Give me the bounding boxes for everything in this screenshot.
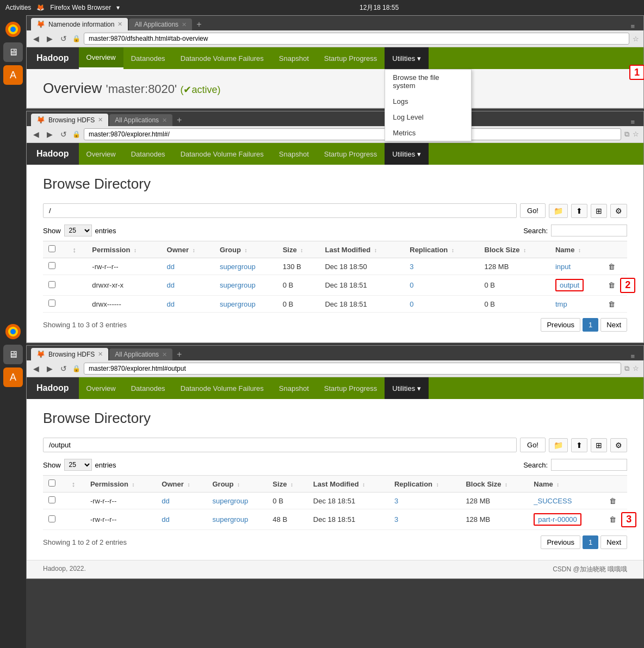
sidebar-monitor-icon-2[interactable]: 🖥 <box>3 345 23 364</box>
sidebar-firefox-icon-2[interactable] <box>3 322 23 341</box>
up-icon-btn-3[interactable]: ⬆ <box>571 438 587 452</box>
window-menu-3[interactable]: ≡ <box>626 352 639 360</box>
th-checkbox-2[interactable] <box>43 241 67 258</box>
browser-tab-namenode[interactable]: 🦊 Namenode information ✕ <box>31 18 128 30</box>
th-size-2[interactable]: Size ↕ <box>277 241 320 258</box>
back-btn-3[interactable]: ◀ <box>31 363 41 374</box>
nav-utilities-1[interactable]: Utilities ▾ <box>385 47 429 69</box>
browser-tab-hdfs-3[interactable]: 🦊 Browsing HDFS ✕ <box>31 348 108 360</box>
td-checkbox-2-0[interactable] <box>43 258 67 275</box>
nav-overview-1[interactable]: Overview <box>79 47 123 69</box>
nav-datanode-failures-2[interactable]: Datanode Volume Failures <box>173 143 271 165</box>
nav-utilities-3[interactable]: Utilities ▾ <box>385 377 429 399</box>
th-owner-2[interactable]: Owner ↕ <box>162 241 214 258</box>
path-input-2[interactable] <box>43 203 517 218</box>
dropdown-logs-1[interactable]: Logs <box>385 94 471 109</box>
next-btn-3[interactable]: Next <box>600 535 627 549</box>
nav-snapshot-3[interactable]: Snapshot <box>271 377 317 399</box>
address-bar-1[interactable] <box>84 33 629 45</box>
nav-utilities-2[interactable]: Utilities ▾ <box>385 143 429 165</box>
path-input-3[interactable] <box>43 438 517 452</box>
th-sort-3[interactable]: ↕ <box>66 476 85 493</box>
settings-icon-btn-2[interactable]: ⚙ <box>610 204 627 218</box>
tab-close-hdfs-3[interactable]: ✕ <box>98 351 103 358</box>
nav-snapshot-1[interactable]: Snapshot <box>271 47 317 69</box>
th-blocksize-3[interactable]: Block Size ↕ <box>460 476 528 493</box>
browser-tab-hdfs-2[interactable]: 🦊 Browsing HDFS ✕ <box>31 114 108 126</box>
th-modified-3[interactable]: Last Modified ↕ <box>308 476 389 493</box>
folder-icon-btn-2[interactable]: 📁 <box>549 204 568 218</box>
th-group-3[interactable]: Group ↕ <box>207 476 267 493</box>
refresh-btn-3[interactable]: ↺ <box>58 363 69 374</box>
th-name-3[interactable]: Name ↕ <box>528 476 604 493</box>
bookmark-icon-3[interactable]: ☆ <box>633 364 639 373</box>
dropdown-metrics-1[interactable]: Metrics <box>385 125 471 141</box>
back-btn-1[interactable]: ◀ <box>31 33 41 44</box>
new-tab-btn-3[interactable]: + <box>174 348 185 360</box>
nav-startup-3[interactable]: Startup Progress <box>317 377 385 399</box>
nav-startup-2[interactable]: Startup Progress <box>317 143 385 165</box>
highlighted-part-r[interactable]: part-r-00000 <box>534 513 581 526</box>
tab-close-allapps-2[interactable]: ✕ <box>162 117 167 124</box>
new-tab-btn-1[interactable]: + <box>193 18 205 30</box>
select-all-2[interactable] <box>48 245 55 252</box>
nav-datanodes-1[interactable]: Datanodes <box>123 47 173 69</box>
browser-tab-allapps-1[interactable]: All Applications ✕ <box>129 18 192 30</box>
up-icon-btn-2[interactable]: ⬆ <box>571 204 587 218</box>
td-checkbox-2-2[interactable] <box>43 296 67 313</box>
tab-close-1[interactable]: ✕ <box>117 21 122 28</box>
sidebar-software-icon[interactable]: A <box>3 65 23 85</box>
th-owner-3[interactable]: Owner ↕ <box>156 476 207 493</box>
nav-datanodes-2[interactable]: Datanodes <box>123 143 173 165</box>
nav-overview-3[interactable]: Overview <box>79 377 123 399</box>
sidebar-monitor-icon[interactable]: 🖥 <box>3 42 23 62</box>
sidebar-firefox-icon[interactable] <box>3 20 23 39</box>
tab-close-allapps-1[interactable]: ✕ <box>182 21 187 28</box>
screenshot-icon-2[interactable]: ⧉ <box>624 130 629 139</box>
new-tab-btn-2[interactable]: + <box>174 114 185 126</box>
forward-btn-3[interactable]: ▶ <box>45 363 55 374</box>
refresh-btn-1[interactable]: ↺ <box>58 33 69 44</box>
nav-datanodes-3[interactable]: Datanodes <box>123 377 173 399</box>
td-checkbox-3-1[interactable] <box>43 509 66 530</box>
bookmark-icon-1[interactable]: ☆ <box>633 35 639 43</box>
tab-close-allapps-3[interactable]: ✕ <box>162 351 167 358</box>
address-bar-2[interactable] <box>84 128 621 140</box>
prev-btn-2[interactable]: Previous <box>541 318 580 332</box>
select-all-3[interactable] <box>48 479 55 487</box>
nav-overview-2[interactable]: Overview <box>79 143 123 165</box>
settings-icon-btn-3[interactable]: ⚙ <box>610 438 627 452</box>
activities-label[interactable]: Activities <box>5 4 31 11</box>
next-btn-2[interactable]: Next <box>600 318 627 332</box>
prev-btn-3[interactable]: Previous <box>541 535 580 549</box>
browser-tab-allapps-2[interactable]: All Applications ✕ <box>109 114 172 126</box>
nav-datanode-failures-1[interactable]: Datanode Volume Failures <box>173 47 271 69</box>
window-menu-1[interactable]: ≡ <box>626 22 639 30</box>
nav-snapshot-2[interactable]: Snapshot <box>271 143 317 165</box>
go-btn-2[interactable]: Go! <box>520 203 546 218</box>
th-permission-2[interactable]: Permission ↕ <box>86 241 161 258</box>
forward-btn-1[interactable]: ▶ <box>45 33 55 44</box>
th-modified-2[interactable]: Last Modified ↕ <box>319 241 404 258</box>
back-btn-2[interactable]: ◀ <box>31 129 41 140</box>
refresh-btn-2[interactable]: ↺ <box>58 129 69 140</box>
grid-icon-btn-3[interactable]: ⊞ <box>591 438 607 452</box>
td-checkbox-2-1[interactable] <box>43 275 67 296</box>
th-sort-2[interactable]: ↕ <box>67 241 87 258</box>
dropdown-browse-1[interactable]: Browse the file system <box>385 70 471 94</box>
td-delete-2-0[interactable]: 🗑 <box>603 258 627 275</box>
tab-close-hdfs-2[interactable]: ✕ <box>98 116 103 123</box>
nav-datanode-failures-3[interactable]: Datanode Volume Failures <box>173 377 271 399</box>
td-checkbox-3-0[interactable] <box>43 493 66 509</box>
td-delete-3-0[interactable]: 🗑 <box>604 493 627 509</box>
grid-icon-btn-2[interactable]: ⊞ <box>591 204 607 218</box>
entries-select-3[interactable]: 25 50 100 <box>64 459 92 471</box>
browser-tab-allapps-3[interactable]: All Applications ✕ <box>109 348 172 360</box>
th-group-2[interactable]: Group ↕ <box>214 241 277 258</box>
page-1-btn-3[interactable]: 1 <box>583 535 598 549</box>
forward-btn-2[interactable]: ▶ <box>45 129 55 140</box>
th-name-2[interactable]: Name ↕ <box>550 241 603 258</box>
nav-startup-1[interactable]: Startup Progress <box>317 47 385 69</box>
th-checkbox-3[interactable] <box>43 476 66 493</box>
window-menu-2[interactable]: ≡ <box>626 118 639 126</box>
